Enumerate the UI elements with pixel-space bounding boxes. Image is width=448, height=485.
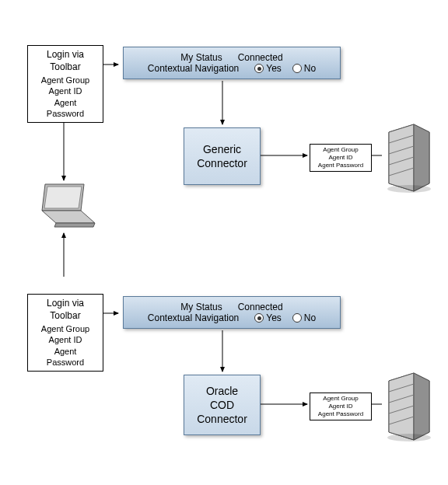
login-field: Agent Password	[34, 346, 96, 368]
cred-box-1: Agent GroupAgent IDAgent Password	[310, 144, 372, 172]
login-field: Agent Group	[34, 75, 96, 85]
svg-marker-16	[414, 124, 429, 191]
oracle-cod-connector: OracleCODConnector	[184, 375, 261, 435]
login-field: Agent ID	[34, 334, 96, 345]
svg-point-29	[387, 434, 431, 441]
svg-marker-13	[54, 223, 95, 227]
nav-label: Contextual Navigation	[148, 312, 239, 323]
radio-group: Yes No	[254, 63, 316, 74]
radio-yes[interactable]: Yes	[254, 63, 282, 74]
radio-group: Yes No	[254, 312, 316, 323]
connected-label: Connected	[238, 52, 283, 63]
svg-marker-12	[42, 211, 95, 223]
login-field: Agent ID	[34, 85, 96, 96]
login-field: Agent Group	[34, 323, 96, 334]
server-icon	[381, 123, 437, 197]
login-field: Agent Password	[34, 97, 96, 120]
radio-no[interactable]: No	[292, 312, 316, 323]
login-box-2: Login via Toolbar Agent Group Agent ID A…	[27, 294, 103, 372]
connected-label: Connected	[238, 302, 283, 312]
svg-marker-11	[44, 187, 82, 208]
cred-box-2: Agent GroupAgent IDAgent Password	[310, 393, 372, 420]
status-label: My Status	[180, 52, 222, 63]
svg-point-21	[387, 185, 431, 193]
login-box-1: Login via Toolbar Agent Group Agent ID A…	[27, 45, 103, 123]
svg-marker-24	[414, 373, 429, 440]
radio-yes[interactable]: Yes	[254, 312, 282, 323]
nav-label: Contextual Navigation	[148, 63, 239, 74]
laptop-icon	[28, 183, 98, 236]
radio-no[interactable]: No	[292, 63, 316, 74]
generic-connector: GenericConnector	[184, 127, 261, 185]
login-title: Login via Toolbar	[34, 49, 96, 73]
status-bar-1: My Status Connected Contextual Navigatio…	[123, 47, 341, 79]
status-bar-2: My Status Connected Contextual Navigatio…	[123, 296, 341, 329]
status-label: My Status	[180, 302, 222, 312]
server-icon	[381, 372, 437, 446]
login-title: Login via Toolbar	[34, 298, 96, 322]
